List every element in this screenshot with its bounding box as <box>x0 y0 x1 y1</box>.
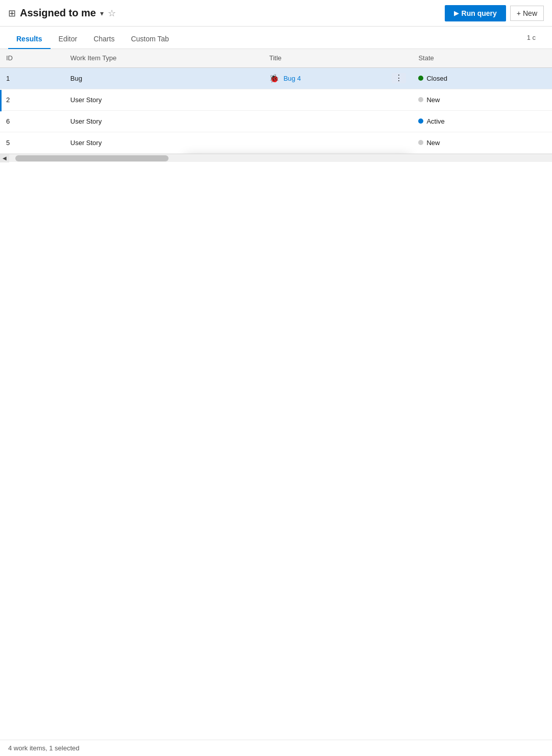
play-icon: ▶ <box>454 10 459 17</box>
row-selected-indicator <box>0 90 2 111</box>
tab-results[interactable]: Results <box>8 30 51 49</box>
state-dot <box>418 97 423 102</box>
cell-id: 6 <box>0 110 64 132</box>
state-cell-content: New <box>418 96 546 104</box>
work-items-table-container: ID Work Item Type Title State 1Bug🐞Bug 4… <box>0 49 552 154</box>
bug-icon: 🐞 <box>269 74 279 83</box>
cell-title[interactable] <box>263 110 412 132</box>
scrollbar-thumb[interactable] <box>15 155 169 161</box>
column-header-state: State <box>412 49 552 67</box>
selected-count-text: 1 selected <box>49 744 79 752</box>
work-items-table: ID Work Item Type Title State 1Bug🐞Bug 4… <box>0 49 552 154</box>
horizontal-scrollbar[interactable]: ◀ <box>0 154 552 162</box>
plus-icon: + <box>517 9 521 17</box>
tab-charts[interactable]: Charts <box>85 30 123 49</box>
row-more-button[interactable]: ⋮ <box>392 73 406 83</box>
cell-title[interactable]: 🐞Bug 4⋮ <box>263 67 412 89</box>
tab-custom-tab[interactable]: Custom Tab <box>123 30 177 49</box>
header-title-group: ⊞ Assigned to me ▾ ☆ <box>8 7 441 19</box>
page-title: Assigned to me <box>20 7 96 19</box>
tab-editor[interactable]: Editor <box>51 30 86 49</box>
cell-id: 2 <box>0 89 64 110</box>
header: ⊞ Assigned to me ▾ ☆ ▶ Run query + New <box>0 0 552 27</box>
state-text: New <box>426 96 440 104</box>
table-header-row: ID Work Item Type Title State <box>0 49 552 67</box>
cell-state: Closed <box>412 67 552 89</box>
state-text: New <box>426 139 440 147</box>
run-query-button[interactable]: ▶ Run query <box>445 5 506 21</box>
column-header-type: Work Item Type <box>64 49 263 67</box>
table-icon: ⊞ <box>8 8 16 19</box>
cell-state: Active <box>412 110 552 132</box>
run-query-label: Run query <box>462 9 497 17</box>
new-button[interactable]: + New <box>510 6 544 21</box>
table-row[interactable]: 6User StoryActive <box>0 110 552 132</box>
state-text: Closed <box>426 75 447 82</box>
cell-type: User Story <box>64 110 263 132</box>
cell-id: 5 <box>0 132 64 153</box>
tabs-bar: Results Editor Charts Custom Tab 1 c <box>0 27 552 49</box>
work-items-count: 4 work items, <box>8 744 47 752</box>
table-row[interactable]: 5User StoryNew <box>0 132 552 153</box>
title-cell-content: 🐞Bug 4⋮ <box>269 74 406 83</box>
cell-state: New <box>412 132 552 153</box>
column-header-title: Title <box>263 49 412 67</box>
state-dot <box>418 140 423 145</box>
state-text: Active <box>426 117 444 125</box>
result-count: 1 c <box>527 34 544 41</box>
state-dot <box>418 119 423 124</box>
table-row[interactable]: 2User StoryNew <box>0 89 552 110</box>
cell-title[interactable] <box>263 89 412 110</box>
cell-type: User Story <box>64 89 263 110</box>
scroll-left-button[interactable]: ◀ <box>0 154 9 162</box>
footer-status: 4 work items, 1 selected <box>0 740 552 756</box>
table-row[interactable]: 1Bug🐞Bug 4⋮Closed <box>0 67 552 89</box>
new-label: New <box>523 9 537 17</box>
work-item-title-link[interactable]: Bug 4 <box>283 75 301 82</box>
cell-type: User Story <box>64 132 263 153</box>
cell-state: New <box>412 89 552 110</box>
star-icon[interactable]: ☆ <box>108 8 116 19</box>
state-cell-content: Closed <box>418 75 546 82</box>
state-dot <box>418 76 423 81</box>
cell-title[interactable] <box>263 132 412 153</box>
column-header-id: ID <box>0 49 64 67</box>
chevron-down-icon[interactable]: ▾ <box>100 9 104 17</box>
state-cell-content: New <box>418 139 546 147</box>
cell-type: Bug <box>64 67 263 89</box>
state-cell-content: Active <box>418 117 546 125</box>
cell-id: 1 <box>0 67 64 89</box>
